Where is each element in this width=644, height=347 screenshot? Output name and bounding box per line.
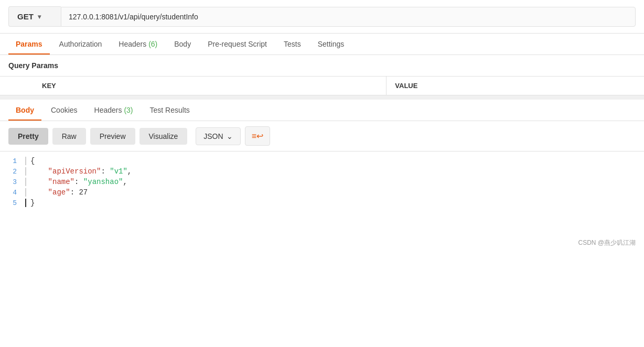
tab-headers[interactable]: Headers (6) xyxy=(111,34,165,55)
code-line-5: 5 } xyxy=(0,198,644,208)
tab-prerequest[interactable]: Pre-request Script xyxy=(200,34,274,55)
format-bar: Pretty Raw Preview Visualize JSON ⌄ ≡↩ xyxy=(0,121,644,151)
response-section: Body Cookies Headers (3) Test Results Pr… xyxy=(0,95,644,251)
watermark: CSDN @燕少叽江湖 xyxy=(0,235,644,251)
wrap-icon: ≡↩ xyxy=(252,131,263,141)
request-tabs: Params Authorization Headers (6) Body Pr… xyxy=(0,34,644,55)
col-header-key: KEY xyxy=(0,77,387,95)
line-number-5: 5 xyxy=(0,199,25,207)
line-number-4: 4 xyxy=(0,189,25,197)
line-content-3: "name": "yanshao", xyxy=(25,178,644,186)
response-tab-headers[interactable]: Headers (3) xyxy=(87,100,141,121)
json-label: JSON xyxy=(203,132,223,140)
line-content-5: } xyxy=(25,199,644,207)
tab-tests[interactable]: Tests xyxy=(276,34,308,55)
format-btn-pretty[interactable]: Pretty xyxy=(8,128,48,145)
response-headers-badge: (3) xyxy=(124,106,133,114)
col-header-value: VALUE xyxy=(387,77,644,95)
url-bar: GET ▾ xyxy=(0,0,644,34)
headers-badge: (6) xyxy=(148,40,157,48)
query-params-label: Query Params xyxy=(0,55,644,77)
params-table: KEY VALUE xyxy=(0,77,644,95)
json-chevron-icon: ⌄ xyxy=(227,132,233,140)
method-selector[interactable]: GET ▾ xyxy=(8,6,61,27)
format-btn-visualize[interactable]: Visualize xyxy=(139,128,188,145)
method-label: GET xyxy=(17,12,34,21)
url-input[interactable] xyxy=(61,7,636,27)
response-tabs: Body Cookies Headers (3) Test Results xyxy=(0,100,644,121)
tab-settings[interactable]: Settings xyxy=(310,34,352,55)
wrap-button[interactable]: ≡↩ xyxy=(245,126,270,146)
line-number-2: 2 xyxy=(0,168,25,176)
code-line-3: 3 "name": "yanshao", xyxy=(0,177,644,187)
json-type-selector[interactable]: JSON ⌄ xyxy=(196,127,240,145)
code-line-1: 1 { xyxy=(0,156,644,166)
method-chevron-icon: ▾ xyxy=(38,13,41,20)
line-number-1: 1 xyxy=(0,157,25,165)
line-content-1: { xyxy=(25,157,644,165)
tab-authorization[interactable]: Authorization xyxy=(52,34,110,55)
tab-params[interactable]: Params xyxy=(8,34,50,55)
code-line-2: 2 "apiVersion": "v1", xyxy=(0,166,644,177)
code-area: 1 { 2 "apiVersion": "v1", 3 "name": "yan… xyxy=(0,151,644,235)
tab-body-request[interactable]: Body xyxy=(167,34,198,55)
response-tab-cookies[interactable]: Cookies xyxy=(44,100,85,121)
response-tab-body[interactable]: Body xyxy=(8,100,41,121)
format-btn-preview[interactable]: Preview xyxy=(90,128,135,145)
line-content-2: "apiVersion": "v1", xyxy=(25,167,644,176)
line-content-4: "age": 27 xyxy=(25,188,644,197)
line-number-3: 3 xyxy=(0,178,25,186)
response-tab-testresults[interactable]: Test Results xyxy=(143,100,197,121)
format-btn-raw[interactable]: Raw xyxy=(52,128,86,145)
code-line-4: 4 "age": 27 xyxy=(0,187,644,198)
